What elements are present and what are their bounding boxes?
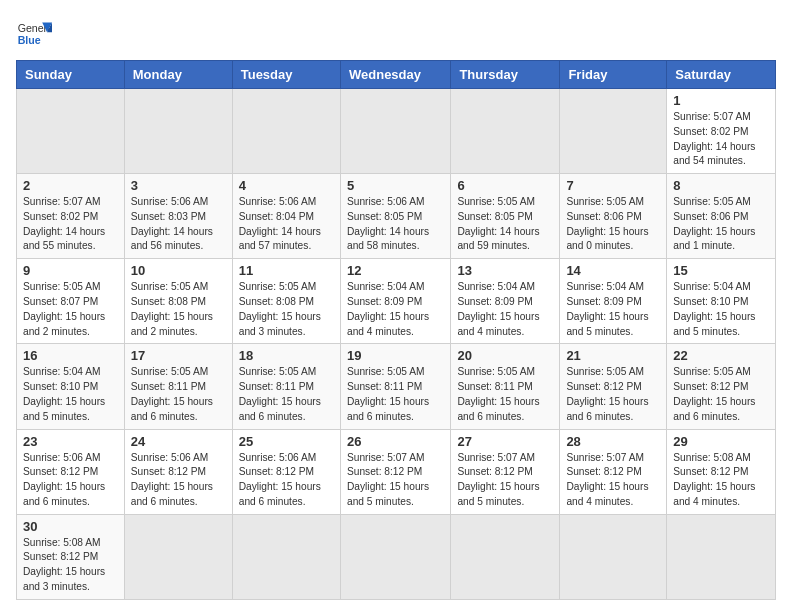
header-day-monday: Monday (124, 61, 232, 89)
day-number: 6 (457, 178, 553, 193)
day-number: 25 (239, 434, 334, 449)
calendar-day-cell: 12Sunrise: 5:04 AMSunset: 8:09 PMDayligh… (340, 259, 450, 344)
calendar-day-cell: 29Sunrise: 5:08 AMSunset: 8:12 PMDayligh… (667, 429, 776, 514)
day-info: Sunrise: 5:05 AMSunset: 8:12 PMDaylight:… (566, 365, 660, 424)
day-info: Sunrise: 5:08 AMSunset: 8:12 PMDaylight:… (23, 536, 118, 595)
calendar-day-cell (17, 89, 125, 174)
calendar-week-row: 1Sunrise: 5:07 AMSunset: 8:02 PMDaylight… (17, 89, 776, 174)
calendar-day-cell: 28Sunrise: 5:07 AMSunset: 8:12 PMDayligh… (560, 429, 667, 514)
day-info: Sunrise: 5:07 AMSunset: 8:12 PMDaylight:… (566, 451, 660, 510)
calendar-week-row: 16Sunrise: 5:04 AMSunset: 8:10 PMDayligh… (17, 344, 776, 429)
day-info: Sunrise: 5:05 AMSunset: 8:08 PMDaylight:… (239, 280, 334, 339)
calendar-day-cell: 22Sunrise: 5:05 AMSunset: 8:12 PMDayligh… (667, 344, 776, 429)
day-number: 30 (23, 519, 118, 534)
calendar-day-cell: 5Sunrise: 5:06 AMSunset: 8:05 PMDaylight… (340, 174, 450, 259)
day-number: 19 (347, 348, 444, 363)
day-number: 26 (347, 434, 444, 449)
day-number: 8 (673, 178, 769, 193)
day-info: Sunrise: 5:05 AMSunset: 8:11 PMDaylight:… (347, 365, 444, 424)
day-number: 29 (673, 434, 769, 449)
day-info: Sunrise: 5:07 AMSunset: 8:02 PMDaylight:… (23, 195, 118, 254)
day-info: Sunrise: 5:04 AMSunset: 8:09 PMDaylight:… (457, 280, 553, 339)
calendar-day-cell: 2Sunrise: 5:07 AMSunset: 8:02 PMDaylight… (17, 174, 125, 259)
header-day-wednesday: Wednesday (340, 61, 450, 89)
calendar-day-cell: 27Sunrise: 5:07 AMSunset: 8:12 PMDayligh… (451, 429, 560, 514)
day-info: Sunrise: 5:05 AMSunset: 8:11 PMDaylight:… (457, 365, 553, 424)
calendar-day-cell: 15Sunrise: 5:04 AMSunset: 8:10 PMDayligh… (667, 259, 776, 344)
calendar-day-cell: 20Sunrise: 5:05 AMSunset: 8:11 PMDayligh… (451, 344, 560, 429)
calendar-day-cell: 1Sunrise: 5:07 AMSunset: 8:02 PMDaylight… (667, 89, 776, 174)
day-number: 17 (131, 348, 226, 363)
header-day-tuesday: Tuesday (232, 61, 340, 89)
day-info: Sunrise: 5:05 AMSunset: 8:07 PMDaylight:… (23, 280, 118, 339)
day-number: 4 (239, 178, 334, 193)
calendar-day-cell: 13Sunrise: 5:04 AMSunset: 8:09 PMDayligh… (451, 259, 560, 344)
calendar-day-cell: 3Sunrise: 5:06 AMSunset: 8:03 PMDaylight… (124, 174, 232, 259)
day-number: 27 (457, 434, 553, 449)
logo: General Blue (16, 16, 52, 52)
calendar-day-cell: 24Sunrise: 5:06 AMSunset: 8:12 PMDayligh… (124, 429, 232, 514)
day-info: Sunrise: 5:05 AMSunset: 8:05 PMDaylight:… (457, 195, 553, 254)
calendar-day-cell (667, 514, 776, 599)
calendar-week-row: 9Sunrise: 5:05 AMSunset: 8:07 PMDaylight… (17, 259, 776, 344)
calendar-week-row: 23Sunrise: 5:06 AMSunset: 8:12 PMDayligh… (17, 429, 776, 514)
header-day-friday: Friday (560, 61, 667, 89)
header-day-saturday: Saturday (667, 61, 776, 89)
calendar-day-cell: 21Sunrise: 5:05 AMSunset: 8:12 PMDayligh… (560, 344, 667, 429)
calendar-day-cell: 6Sunrise: 5:05 AMSunset: 8:05 PMDaylight… (451, 174, 560, 259)
calendar-day-cell: 7Sunrise: 5:05 AMSunset: 8:06 PMDaylight… (560, 174, 667, 259)
calendar-day-cell: 16Sunrise: 5:04 AMSunset: 8:10 PMDayligh… (17, 344, 125, 429)
day-number: 2 (23, 178, 118, 193)
day-number: 22 (673, 348, 769, 363)
calendar-day-cell (232, 89, 340, 174)
day-number: 1 (673, 93, 769, 108)
calendar-day-cell: 30Sunrise: 5:08 AMSunset: 8:12 PMDayligh… (17, 514, 125, 599)
calendar-day-cell: 19Sunrise: 5:05 AMSunset: 8:11 PMDayligh… (340, 344, 450, 429)
header-day-thursday: Thursday (451, 61, 560, 89)
calendar-header-row: SundayMondayTuesdayWednesdayThursdayFrid… (17, 61, 776, 89)
day-info: Sunrise: 5:06 AMSunset: 8:12 PMDaylight:… (239, 451, 334, 510)
calendar-day-cell (340, 89, 450, 174)
calendar-day-cell (560, 89, 667, 174)
calendar-day-cell: 10Sunrise: 5:05 AMSunset: 8:08 PMDayligh… (124, 259, 232, 344)
day-number: 16 (23, 348, 118, 363)
calendar-day-cell: 4Sunrise: 5:06 AMSunset: 8:04 PMDaylight… (232, 174, 340, 259)
calendar-day-cell (232, 514, 340, 599)
calendar-day-cell: 9Sunrise: 5:05 AMSunset: 8:07 PMDaylight… (17, 259, 125, 344)
day-info: Sunrise: 5:06 AMSunset: 8:03 PMDaylight:… (131, 195, 226, 254)
logo-icon: General Blue (16, 16, 52, 52)
day-info: Sunrise: 5:06 AMSunset: 8:12 PMDaylight:… (23, 451, 118, 510)
day-number: 24 (131, 434, 226, 449)
day-info: Sunrise: 5:05 AMSunset: 8:11 PMDaylight:… (239, 365, 334, 424)
header: General Blue (16, 16, 776, 52)
day-info: Sunrise: 5:05 AMSunset: 8:08 PMDaylight:… (131, 280, 226, 339)
calendar-day-cell: 18Sunrise: 5:05 AMSunset: 8:11 PMDayligh… (232, 344, 340, 429)
day-number: 13 (457, 263, 553, 278)
day-info: Sunrise: 5:08 AMSunset: 8:12 PMDaylight:… (673, 451, 769, 510)
calendar-week-row: 2Sunrise: 5:07 AMSunset: 8:02 PMDaylight… (17, 174, 776, 259)
day-info: Sunrise: 5:07 AMSunset: 8:02 PMDaylight:… (673, 110, 769, 169)
calendar-day-cell (451, 514, 560, 599)
day-number: 20 (457, 348, 553, 363)
calendar-day-cell (340, 514, 450, 599)
calendar-day-cell: 23Sunrise: 5:06 AMSunset: 8:12 PMDayligh… (17, 429, 125, 514)
calendar-day-cell (451, 89, 560, 174)
day-info: Sunrise: 5:05 AMSunset: 8:06 PMDaylight:… (673, 195, 769, 254)
header-day-sunday: Sunday (17, 61, 125, 89)
calendar-day-cell: 17Sunrise: 5:05 AMSunset: 8:11 PMDayligh… (124, 344, 232, 429)
day-info: Sunrise: 5:07 AMSunset: 8:12 PMDaylight:… (347, 451, 444, 510)
day-number: 3 (131, 178, 226, 193)
day-number: 7 (566, 178, 660, 193)
day-number: 14 (566, 263, 660, 278)
day-info: Sunrise: 5:04 AMSunset: 8:10 PMDaylight:… (23, 365, 118, 424)
day-info: Sunrise: 5:04 AMSunset: 8:09 PMDaylight:… (347, 280, 444, 339)
calendar-day-cell: 14Sunrise: 5:04 AMSunset: 8:09 PMDayligh… (560, 259, 667, 344)
day-info: Sunrise: 5:05 AMSunset: 8:12 PMDaylight:… (673, 365, 769, 424)
calendar-day-cell (124, 514, 232, 599)
day-info: Sunrise: 5:04 AMSunset: 8:10 PMDaylight:… (673, 280, 769, 339)
calendar-week-row: 30Sunrise: 5:08 AMSunset: 8:12 PMDayligh… (17, 514, 776, 599)
day-info: Sunrise: 5:06 AMSunset: 8:05 PMDaylight:… (347, 195, 444, 254)
day-info: Sunrise: 5:04 AMSunset: 8:09 PMDaylight:… (566, 280, 660, 339)
day-info: Sunrise: 5:06 AMSunset: 8:04 PMDaylight:… (239, 195, 334, 254)
calendar-day-cell (560, 514, 667, 599)
